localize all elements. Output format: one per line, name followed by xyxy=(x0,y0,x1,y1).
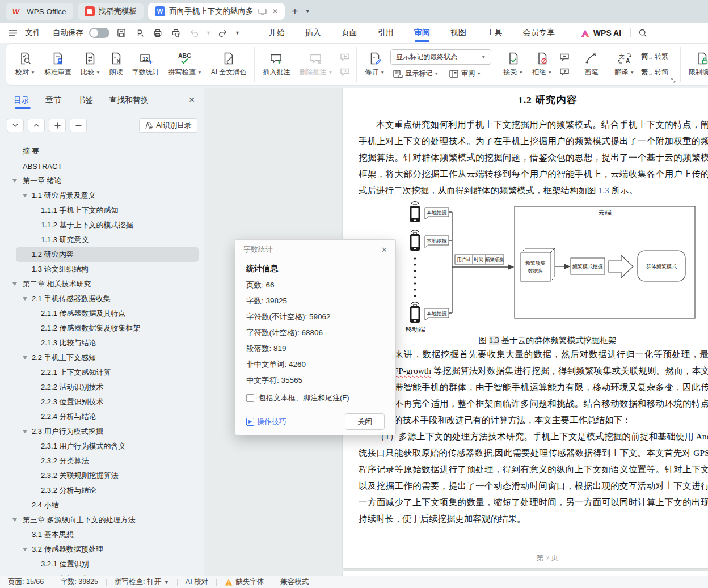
markup-state-dropdown[interactable]: 显示标记的最终状态 ▼ xyxy=(390,49,491,65)
expand-all-button[interactable] xyxy=(49,119,66,132)
toc-item[interactable]: 第二章 相关技术研究 xyxy=(16,277,199,291)
word-count-dialog[interactable]: 字数统计 ✕ 统计信息 页数: 66字数: 39825字符数(不计空格): 59… xyxy=(235,239,396,435)
include-footnotes-checkbox-row[interactable]: 包括文本框、脚注和尾注(F) xyxy=(246,393,385,403)
status-item[interactable]: AI 校对 xyxy=(186,577,208,587)
menu-tab[interactable]: 视图 xyxy=(440,23,477,43)
collapse-arrow-icon[interactable] xyxy=(23,356,27,359)
collapse-all-button[interactable] xyxy=(70,119,87,132)
screen-share-icon[interactable] xyxy=(258,8,267,15)
toc-item[interactable]: 1.1.3 研究意义 xyxy=(16,232,199,247)
menu-tab[interactable]: 开始 xyxy=(259,23,295,43)
toc-item[interactable]: 2.2.2 活动识别技术 xyxy=(16,380,199,395)
expand-collapse-down-button[interactable] xyxy=(7,119,24,132)
toc-item[interactable]: 3.1 基本思想 xyxy=(16,527,199,542)
next-comment-button[interactable] xyxy=(339,67,351,77)
menu-tab[interactable]: 审阅 xyxy=(404,23,440,43)
collapse-arrow-icon[interactable] xyxy=(23,297,27,301)
insert-comment-button[interactable]: 插入批注 xyxy=(258,49,294,80)
toc-item[interactable]: 2.3.2 关联规则挖掘算法 xyxy=(16,468,199,483)
collapse-arrow-icon[interactable] xyxy=(12,282,17,286)
menu-tab[interactable]: 页面 xyxy=(331,23,368,43)
review-pane-button[interactable]: 审阅▼ xyxy=(446,67,483,79)
toc-item[interactable]: 2.2 手机上下文感知 xyxy=(16,350,199,365)
to-simplified-button[interactable]: 繁 转简 xyxy=(639,66,671,78)
toc-item[interactable]: 2.3.2 分类算法 xyxy=(16,454,199,468)
restrict-editing-button[interactable]: 限制编辑 xyxy=(684,49,708,80)
misspelled-word[interactable]: FP-growth xyxy=(394,366,431,375)
collapse-arrow-icon[interactable] xyxy=(23,194,27,197)
toc-item[interactable]: 第一章 绪论 xyxy=(16,174,199,188)
redo-icon[interactable] xyxy=(217,27,229,39)
sidebar-tab[interactable]: 书签 xyxy=(77,95,93,109)
ai-polish-button[interactable]: AI 全文润色 xyxy=(206,49,251,80)
checkbox-icon[interactable] xyxy=(246,394,254,402)
compare-button[interactable]: 比较▼ xyxy=(76,49,105,80)
reject-changes-button[interactable]: 拒绝▼ xyxy=(528,49,557,80)
undo-icon[interactable] xyxy=(188,27,200,39)
collapse-arrow-icon[interactable] xyxy=(23,430,27,433)
save-icon[interactable] xyxy=(115,27,128,39)
status-item[interactable]: 缺失字体 xyxy=(225,577,264,587)
read-aloud-button[interactable]: 朗读 xyxy=(105,49,128,80)
close-dialog-button[interactable]: 关闭 xyxy=(345,413,385,430)
toc-item[interactable]: 1.3 论文组织结构 xyxy=(16,262,199,277)
toc-item[interactable]: 1.1 研究背景及意义 xyxy=(16,188,199,203)
sidebar-tab[interactable]: 章节 xyxy=(45,95,61,109)
translate-button[interactable]: 文A 翻译▼ xyxy=(610,49,639,80)
toc-item[interactable]: 2.4 小结 xyxy=(16,498,199,513)
status-item[interactable]: 拼写检查: 打开▼ xyxy=(115,577,169,587)
toc-item[interactable]: 2.1.3 比较与结论 xyxy=(16,336,199,350)
status-item[interactable]: 兼容模式 xyxy=(280,577,309,587)
delete-comment-button[interactable]: 删除批注▼ xyxy=(294,49,337,80)
toc-item[interactable]: 2.1 手机传感器数据收集 xyxy=(16,291,199,306)
status-item[interactable]: 字数: 39825 xyxy=(60,577,98,587)
toc-item[interactable]: 2.2.3 位置识别技术 xyxy=(16,395,199,409)
toc-item[interactable]: 1.1.2 基于上下文的模式挖掘 xyxy=(16,218,199,232)
proofread-button[interactable]: 校对▼ xyxy=(11,49,40,80)
document-page[interactable]: 1.2 研究内容 本文重点研究如何利用手机上下文挖掘用户的频繁模式。结合手机上下… xyxy=(343,88,708,568)
operation-tips-link[interactable]: ▶ 操作技巧 xyxy=(246,417,286,427)
menu-tab[interactable]: 引用 xyxy=(368,23,404,43)
sidebar-tab[interactable]: 查找和替换 xyxy=(109,95,149,109)
menu-tab[interactable]: 会员专享 xyxy=(513,23,565,43)
previous-comment-button[interactable] xyxy=(339,52,351,62)
status-item[interactable]: 页面: 15/66 xyxy=(8,577,44,587)
file-menu[interactable]: 文件 xyxy=(25,28,41,38)
print-icon[interactable] xyxy=(151,27,164,39)
previous-change-button[interactable] xyxy=(558,52,571,62)
track-changes-button[interactable]: 修订▼ xyxy=(360,49,389,80)
toc-item[interactable]: 3.2.2 数据聚合 xyxy=(16,572,199,576)
document-tab[interactable]: W 面向手机上下文的纵向多源数 ✕ xyxy=(148,3,285,20)
toc-item[interactable]: 2.3.2 分析与结论 xyxy=(16,483,199,498)
print-preview-icon[interactable] xyxy=(170,27,182,39)
collapse-arrow-icon[interactable] xyxy=(23,548,27,551)
toc-item[interactable]: 1.2 研究内容 xyxy=(16,247,199,262)
wps-home-tab[interactable]: W WPS Office xyxy=(6,3,73,20)
sidebar-tab[interactable]: 目录 xyxy=(14,95,30,109)
toc-item[interactable]: 2.2.4 分析与结论 xyxy=(16,409,199,424)
collapse-arrow-icon[interactable] xyxy=(12,179,17,183)
accept-changes-button[interactable]: 接受▼ xyxy=(499,49,528,80)
menu-tab[interactable]: 插入 xyxy=(295,23,331,43)
spell-check-button[interactable]: ABC 拼写检查▼ xyxy=(164,49,206,80)
collapse-arrow-icon[interactable] xyxy=(12,518,17,522)
figure-cross-reference[interactable]: 1.3 xyxy=(598,185,609,195)
export-pdf-icon[interactable] xyxy=(133,27,146,39)
standard-review-button[interactable]: 标准审查 xyxy=(40,49,76,80)
group-expand-icon[interactable] xyxy=(671,78,676,83)
toc-item[interactable]: ABSTRACT xyxy=(16,159,199,174)
toc-item[interactable]: 2.1.2 传感器数据集及收集框架 xyxy=(16,321,199,336)
autosave-toggle[interactable] xyxy=(89,28,109,38)
toc-item[interactable]: 2.3 用户行为模式挖掘 xyxy=(16,424,199,439)
tab-list-chevron-icon[interactable]: ▼ xyxy=(305,9,310,14)
dialog-title-bar[interactable]: 字数统计 ✕ xyxy=(235,240,395,259)
menu-tab[interactable]: 工具 xyxy=(477,23,513,43)
toc-item[interactable]: 第三章 多源纵向上下文的处理方法 xyxy=(16,513,199,527)
show-markup-button[interactable]: 显示标记▼ xyxy=(390,67,441,79)
redo-options-chevron-icon[interactable]: ▼ xyxy=(235,30,240,36)
docer-template-tab[interactable]: 找稻壳模板 xyxy=(78,3,144,20)
toc-item[interactable]: 3.2 传感器数据预处理 xyxy=(16,542,199,557)
toc-item[interactable]: 2.3.1 用户行为模式的含义 xyxy=(16,439,199,454)
sidebar-close-icon[interactable]: ✕ xyxy=(188,95,195,104)
toc-item[interactable]: 2.1.1 传感器数据及其特点 xyxy=(16,306,199,321)
